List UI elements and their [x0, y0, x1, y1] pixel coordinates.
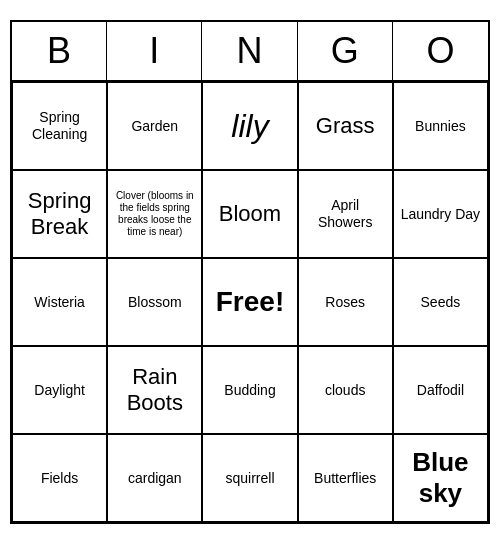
bingo-cell: cardigan [107, 434, 202, 522]
bingo-cell: Bunnies [393, 82, 488, 170]
bingo-cell: Spring Cleaning [12, 82, 107, 170]
bingo-cell: Blue sky [393, 434, 488, 522]
bingo-cell: Bloom [202, 170, 297, 258]
bingo-cell: Grass [298, 82, 393, 170]
header-letter: B [12, 22, 107, 80]
bingo-cell: Daffodil [393, 346, 488, 434]
header-letter: G [298, 22, 393, 80]
bingo-cell: Butterflies [298, 434, 393, 522]
header-letter: I [107, 22, 202, 80]
bingo-cell: squirrell [202, 434, 297, 522]
bingo-cell: clouds [298, 346, 393, 434]
bingo-cell: Wisteria [12, 258, 107, 346]
header-letter: N [202, 22, 297, 80]
bingo-cell: Roses [298, 258, 393, 346]
bingo-cell: Daylight [12, 346, 107, 434]
bingo-cell: lily [202, 82, 297, 170]
bingo-card: BINGO Spring CleaningGardenlilyGrassBunn… [10, 20, 490, 524]
bingo-cell: Spring Break [12, 170, 107, 258]
bingo-grid: Spring CleaningGardenlilyGrassBunniesSpr… [12, 82, 488, 522]
bingo-cell: Garden [107, 82, 202, 170]
bingo-cell: Blossom [107, 258, 202, 346]
header-letter: O [393, 22, 488, 80]
bingo-header: BINGO [12, 22, 488, 82]
bingo-cell: Seeds [393, 258, 488, 346]
bingo-cell: Clover (blooms in the fields spring brea… [107, 170, 202, 258]
bingo-cell: Budding [202, 346, 297, 434]
bingo-cell: Laundry Day [393, 170, 488, 258]
bingo-cell: April Showers [298, 170, 393, 258]
bingo-cell: Free! [202, 258, 297, 346]
bingo-cell: Fields [12, 434, 107, 522]
bingo-cell: Rain Boots [107, 346, 202, 434]
